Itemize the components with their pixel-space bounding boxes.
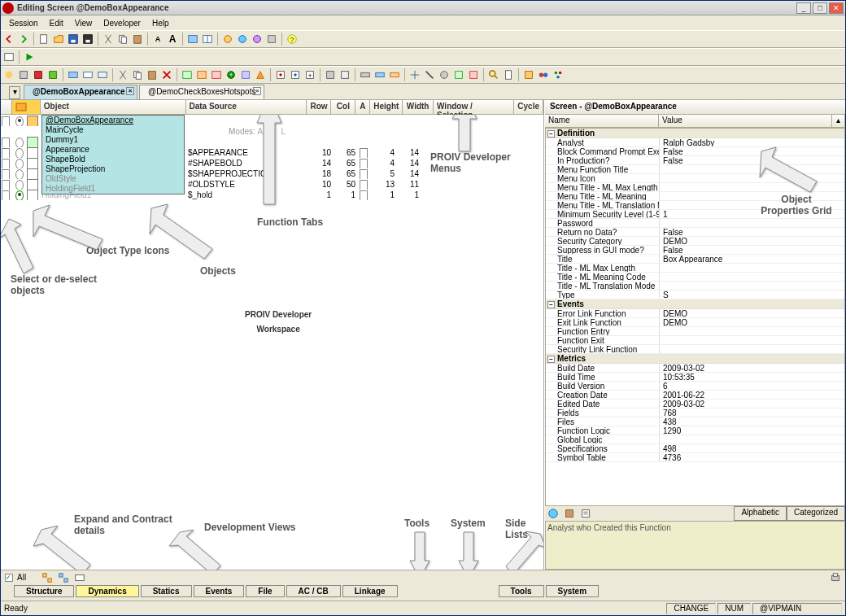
- header-datasource[interactable]: Data Source: [186, 100, 307, 114]
- header-a[interactable]: A: [355, 100, 370, 114]
- globe-icon[interactable]: [547, 507, 560, 520]
- tool-b-icon[interactable]: [236, 33, 249, 46]
- property-value[interactable]: [660, 282, 844, 290]
- viewtab-tools[interactable]: Tools: [499, 585, 544, 597]
- property-value[interactable]: 2001-06-22: [660, 391, 844, 399]
- t3-l1-icon[interactable]: [487, 68, 500, 81]
- property-row[interactable]: AnalystRalph Gadsby: [546, 138, 844, 147]
- select-checkbox[interactable]: [2, 138, 10, 147]
- property-row[interactable]: Menu Title - ML Meaning: [546, 192, 844, 201]
- property-value[interactable]: [660, 435, 844, 443]
- select-checkbox[interactable]: [2, 169, 10, 179]
- t3-g2-icon[interactable]: [195, 68, 208, 81]
- property-value[interactable]: 10:53:35: [660, 373, 844, 381]
- property-row[interactable]: Error Link FunctionDEMO: [546, 309, 844, 318]
- maximize-button[interactable]: □: [813, 2, 827, 14]
- t3-2-icon[interactable]: [17, 68, 30, 81]
- property-value[interactable]: [660, 192, 844, 200]
- header-object[interactable]: Object: [41, 100, 186, 114]
- scroll-up-icon[interactable]: ▴: [832, 115, 845, 127]
- tool-d-icon[interactable]: [265, 33, 278, 46]
- list-icon[interactable]: [579, 507, 592, 520]
- font-inc-icon[interactable]: A: [166, 33, 179, 46]
- back-icon[interactable]: [2, 33, 15, 46]
- property-row[interactable]: Menu Title - ML Translation Mode: [546, 201, 844, 210]
- header-row[interactable]: Row: [307, 100, 331, 114]
- t3-k2-icon[interactable]: [423, 68, 436, 81]
- row-radio[interactable]: [15, 169, 24, 179]
- property-row[interactable]: Function Entry: [546, 327, 844, 336]
- property-row[interactable]: Creation Date2001-06-22: [546, 391, 844, 400]
- viewtab-statics[interactable]: Statics: [141, 585, 192, 597]
- property-row[interactable]: Exit Link FunctionDEMO: [546, 318, 844, 327]
- t3-m1-icon[interactable]: [522, 68, 535, 81]
- t3-del-icon[interactable]: [160, 68, 173, 81]
- header-width[interactable]: Width: [403, 100, 434, 114]
- t3-h2-icon[interactable]: [289, 68, 302, 81]
- t3-5-icon[interactable]: [67, 68, 80, 81]
- minimize-button[interactable]: _: [796, 2, 811, 14]
- property-value[interactable]: [660, 219, 844, 227]
- viewtab-linkage[interactable]: Linkage: [342, 585, 398, 597]
- book-icon[interactable]: [563, 507, 576, 520]
- viewtab-dynamics[interactable]: Dynamics: [76, 585, 138, 597]
- property-row[interactable]: Build Version6: [546, 382, 844, 391]
- menu-view[interactable]: View: [70, 18, 98, 28]
- t3-cut-icon[interactable]: [116, 68, 129, 81]
- select-checkbox[interactable]: [2, 190, 10, 200]
- property-row[interactable]: Suppress in GUI mode?False: [546, 246, 844, 255]
- sidelist-print-icon[interactable]: [829, 571, 842, 584]
- t3-j1-icon[interactable]: [359, 68, 372, 81]
- property-value[interactable]: [660, 165, 844, 173]
- property-value[interactable]: [660, 336, 844, 344]
- property-value[interactable]: 4736: [660, 453, 844, 461]
- property-value[interactable]: [660, 183, 844, 191]
- row-radio[interactable]: [15, 148, 24, 158]
- property-row[interactable]: TitleBox Appearance: [546, 255, 844, 264]
- t3-4-icon[interactable]: [46, 68, 59, 81]
- menu-help[interactable]: Help: [147, 18, 174, 28]
- property-row[interactable]: TypeS: [546, 291, 844, 299]
- property-row[interactable]: Title - ML Max Length: [546, 264, 844, 273]
- t3-i1-icon[interactable]: [324, 68, 337, 81]
- property-row[interactable]: Function Logic1290: [546, 426, 844, 435]
- property-row[interactable]: Edited Date2009-03-02: [546, 400, 844, 408]
- property-value[interactable]: 1: [660, 210, 844, 218]
- property-row[interactable]: Global Logic: [546, 435, 844, 444]
- t3-m2-icon[interactable]: [537, 68, 550, 81]
- property-row[interactable]: Build Date2009-03-02: [546, 364, 844, 373]
- menu-edit[interactable]: Edit: [45, 18, 68, 28]
- detail-icon[interactable]: [73, 571, 86, 584]
- property-value[interactable]: [660, 174, 844, 182]
- property-row[interactable]: Return no Data?False: [546, 228, 844, 237]
- viewtab-events[interactable]: Events: [194, 585, 245, 597]
- t3-l2-icon[interactable]: [502, 68, 515, 81]
- t3-k4-icon[interactable]: [452, 68, 465, 81]
- function-tab-active[interactable]: @DemoBoxAppearance ×: [24, 85, 137, 99]
- close-tab-icon[interactable]: ×: [126, 87, 134, 95]
- property-value[interactable]: DEMO: [660, 309, 844, 317]
- properties-header-value[interactable]: Value: [659, 115, 832, 127]
- contract-icon[interactable]: [57, 571, 70, 584]
- property-row[interactable]: Specifications498: [546, 444, 844, 453]
- property-section[interactable]: −Metrics: [546, 354, 844, 364]
- a-checkbox[interactable]: [360, 180, 368, 190]
- t3-g3-icon[interactable]: [210, 68, 223, 81]
- t3-k1-icon[interactable]: [408, 68, 421, 81]
- new-icon[interactable]: [37, 33, 50, 46]
- viewtab-file[interactable]: File: [246, 585, 284, 597]
- categorized-button[interactable]: Categorized: [787, 506, 845, 521]
- t3-3-icon[interactable]: [32, 68, 45, 81]
- list-item[interactable]: ShapeProjection: [42, 164, 184, 174]
- header-col[interactable]: Col: [331, 100, 355, 114]
- close-tab-icon[interactable]: ×: [253, 87, 261, 95]
- viewtab-structure[interactable]: Structure: [14, 585, 74, 597]
- tool-c-icon[interactable]: [251, 33, 264, 46]
- row-radio[interactable]: [15, 159, 24, 168]
- property-value[interactable]: 2009-03-02: [660, 400, 844, 408]
- t3-copy-icon[interactable]: [131, 68, 144, 81]
- select-checkbox[interactable]: [2, 159, 10, 168]
- property-value[interactable]: 1290: [660, 426, 844, 435]
- t3-paste-icon[interactable]: [146, 68, 159, 81]
- property-row[interactable]: Build Time10:53:35: [546, 373, 844, 382]
